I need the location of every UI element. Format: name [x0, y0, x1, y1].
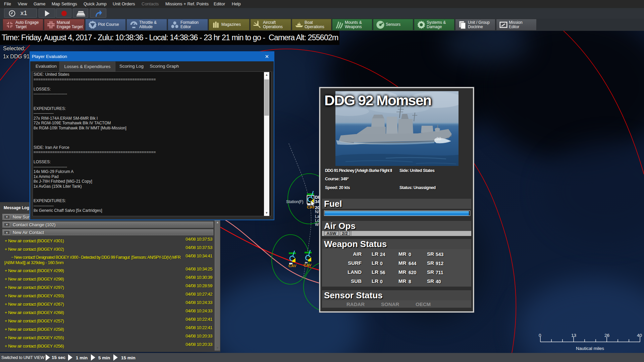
- svg-text:CAV: CAV: [288, 264, 297, 268]
- svg-text:W: W: [315, 222, 319, 227]
- svg-text:13: 13: [571, 333, 576, 338]
- svg-text:0: 0: [539, 333, 541, 338]
- svg-text:Nautical miles: Nautical miles: [576, 346, 604, 351]
- svg-text:Station(F): Station(F): [286, 199, 303, 204]
- svg-text:40: 40: [637, 333, 642, 338]
- svg-text:CAV: CAV: [304, 263, 312, 267]
- svg-text:26: 26: [604, 333, 609, 338]
